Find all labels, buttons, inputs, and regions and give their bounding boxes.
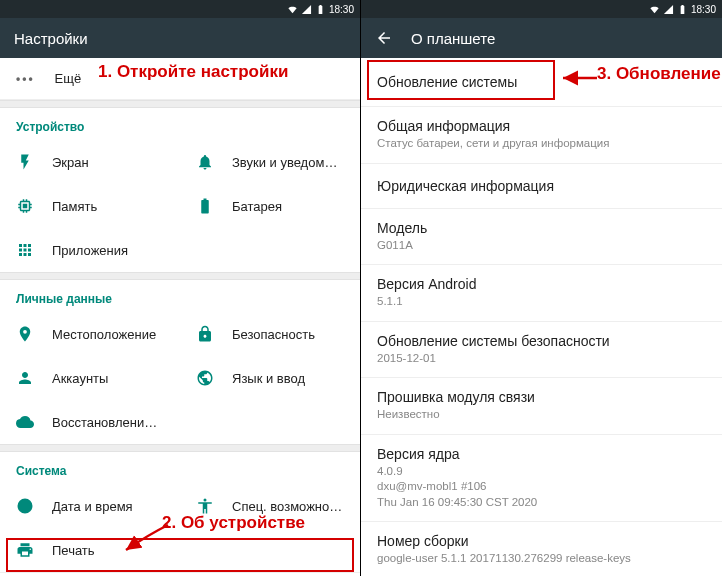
status-bar: 18:30 <box>0 0 360 18</box>
personal-grid: Местоположение Безопасность Аккаунты Язы… <box>0 312 360 444</box>
item-android[interactable]: Версия Android 5.1.1 <box>361 265 722 322</box>
item-security-label: Безопасность <box>232 327 315 342</box>
item-memory[interactable]: Память <box>0 184 180 228</box>
section-personal: Личные данные <box>0 280 360 312</box>
appbar-title: Настройки <box>14 30 88 47</box>
person-icon <box>16 369 34 387</box>
more-label: Ещё <box>55 71 82 86</box>
battery-icon <box>315 4 326 15</box>
item-accounts-label: Аккаунты <box>52 371 108 386</box>
item-location-label: Местоположение <box>52 327 156 342</box>
item-secpatch[interactable]: Обновление системы безопасности 2015-12-… <box>361 322 722 379</box>
status-time: 18:30 <box>329 4 354 15</box>
settings-panel: 18:30 Настройки ••• Ещё Устройство Экран… <box>0 0 361 576</box>
item-datetime[interactable]: Дата и время <box>0 484 180 528</box>
item-location[interactable]: Местоположение <box>0 312 180 356</box>
item-model-title: Модель <box>377 220 706 236</box>
item-build-title: Номер сборки <box>377 533 706 549</box>
item-about[interactable]: О планшете <box>0 572 360 576</box>
item-kernel-sub: 4.0.9 dxu@mv-mobl1 #106 Thu Jan 16 09:45… <box>377 464 706 511</box>
item-apps[interactable]: Приложения <box>0 228 180 272</box>
accessibility-icon <box>196 497 214 515</box>
item-accounts[interactable]: Аккаунты <box>0 356 180 400</box>
empty-cell <box>180 228 360 272</box>
wifi-icon <box>649 4 660 15</box>
status-bar: 18:30 <box>361 0 722 18</box>
item-general-title: Общая информация <box>377 118 706 134</box>
item-language[interactable]: Язык и ввод <box>180 356 360 400</box>
item-apps-label: Приложения <box>52 243 128 258</box>
wifi-icon <box>287 4 298 15</box>
device-grid: Экран Звуки и уведомлен… Память Батарея … <box>0 140 360 272</box>
item-accessibility[interactable]: Спец. возможности <box>180 484 360 528</box>
appbar-about: О планшете <box>361 18 722 58</box>
about-panel: 18:30 О планшете Обновление системы Обща… <box>361 0 722 576</box>
item-security[interactable]: Безопасность <box>180 312 360 356</box>
item-print[interactable]: Печать <box>0 528 180 572</box>
item-update-title: Обновление системы <box>377 74 706 90</box>
item-backup[interactable]: Восстановление и с… <box>0 400 180 444</box>
lock-icon <box>196 325 214 343</box>
clock-icon <box>16 497 34 515</box>
cloud-icon <box>16 413 34 431</box>
section-gap <box>0 100 360 108</box>
print-icon <box>16 541 34 559</box>
item-sound[interactable]: Звуки и уведомлен… <box>180 140 360 184</box>
item-android-sub: 5.1.1 <box>377 294 706 310</box>
item-secpatch-title: Обновление системы безопасности <box>377 333 706 349</box>
item-update[interactable]: Обновление системы <box>361 58 722 107</box>
item-general-sub: Статус батареи, сети и другая информация <box>377 136 706 152</box>
memory-icon <box>16 197 34 215</box>
item-legal-title: Юридическая информация <box>377 178 706 194</box>
empty-cell <box>180 528 360 572</box>
appbar-settings: Настройки <box>0 18 360 58</box>
item-accessibility-label: Спец. возможности <box>232 499 344 514</box>
system-grid: Дата и время Спец. возможности Печать <box>0 484 360 572</box>
item-memory-label: Память <box>52 199 97 214</box>
item-language-label: Язык и ввод <box>232 371 305 386</box>
location-icon <box>16 325 34 343</box>
item-model[interactable]: Модель G011A <box>361 209 722 266</box>
section-system: Система <box>0 452 360 484</box>
item-print-label: Печать <box>52 543 95 558</box>
bell-icon <box>196 153 214 171</box>
item-kernel-title: Версия ядра <box>377 446 706 462</box>
battery-icon <box>677 4 688 15</box>
appbar-about-title: О планшете <box>411 30 495 47</box>
item-baseband-sub: Неизвестно <box>377 407 706 423</box>
item-general[interactable]: Общая информация Статус батареи, сети и … <box>361 107 722 164</box>
item-build[interactable]: Номер сборки google-user 5.1.1 20171130.… <box>361 522 722 576</box>
signal-icon <box>301 4 312 15</box>
item-display-label: Экран <box>52 155 89 170</box>
item-battery[interactable]: Батарея <box>180 184 360 228</box>
item-battery-label: Батарея <box>232 199 282 214</box>
globe-icon <box>196 369 214 387</box>
item-build-sub: google-user 5.1.1 20171130.276299 releas… <box>377 551 706 567</box>
item-android-title: Версия Android <box>377 276 706 292</box>
signal-icon <box>663 4 674 15</box>
item-baseband[interactable]: Прошивка модуля связи Неизвестно <box>361 378 722 435</box>
item-legal[interactable]: Юридическая информация <box>361 164 722 209</box>
item-sound-label: Звуки и уведомлен… <box>232 155 344 170</box>
item-model-sub: G011A <box>377 238 706 254</box>
item-secpatch-sub: 2015-12-01 <box>377 351 706 367</box>
apps-icon <box>16 241 34 259</box>
more-row[interactable]: ••• Ещё <box>0 58 360 100</box>
item-display[interactable]: Экран <box>0 140 180 184</box>
more-icon: ••• <box>16 72 35 86</box>
item-kernel[interactable]: Версия ядра 4.0.9 dxu@mv-mobl1 #106 Thu … <box>361 435 722 523</box>
battery-item-icon <box>196 197 214 215</box>
item-baseband-title: Прошивка модуля связи <box>377 389 706 405</box>
status-time: 18:30 <box>691 4 716 15</box>
section-device: Устройство <box>0 108 360 140</box>
display-icon <box>16 153 34 171</box>
section-gap <box>0 444 360 452</box>
item-datetime-label: Дата и время <box>52 499 133 514</box>
back-button[interactable] <box>375 29 393 47</box>
item-backup-label: Восстановление и с… <box>52 415 164 430</box>
empty-cell <box>180 400 360 444</box>
section-gap <box>0 272 360 280</box>
